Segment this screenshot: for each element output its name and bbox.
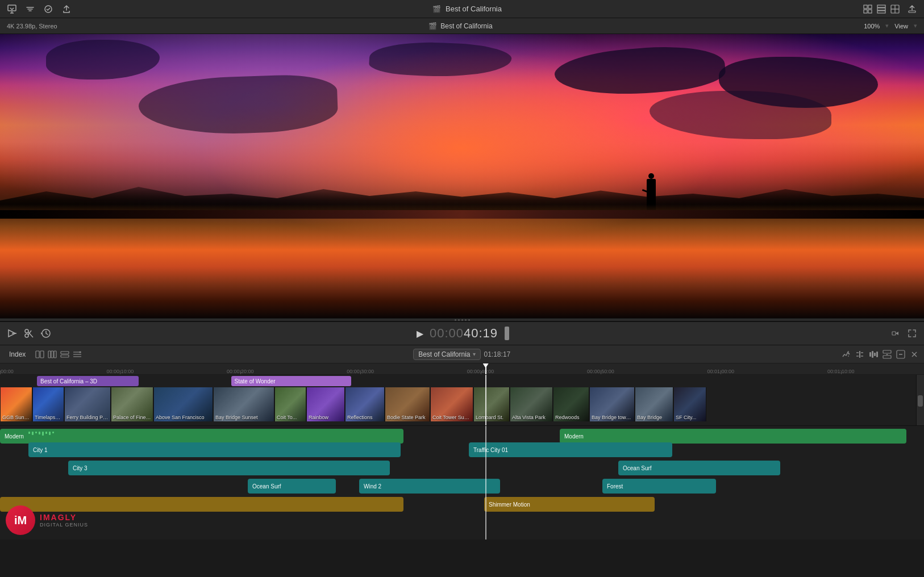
timeline-collapse-icon[interactable] — [896, 349, 906, 359]
track-height-icon[interactable] — [882, 349, 892, 359]
logo-name: IMAGLY — [40, 513, 88, 522]
clip-bay-bridge[interactable]: Bay Bridge — [635, 387, 673, 421]
clip-rainbow[interactable]: Rainbow — [306, 387, 345, 421]
clip-size-icon[interactable] — [60, 349, 70, 359]
timeline-name-area: Best of California ▾ 01:18:17 — [87, 349, 836, 360]
clip-lombard[interactable]: Lombard St. — [473, 387, 510, 421]
svg-rect-38 — [872, 351, 873, 358]
audio-skimming-icon[interactable] — [841, 349, 851, 359]
index-button[interactable]: Index — [5, 349, 30, 359]
trim-tool-icon[interactable] — [23, 327, 35, 340]
view-button[interactable]: View — [894, 23, 908, 30]
audio-row-ocean: Ocean Surf Wind 2 Forest — [0, 477, 924, 494]
clip-label-coit-to: Coit To... — [277, 415, 297, 420]
audio-city3[interactable]: City 3 — [68, 461, 390, 475]
clip-label-ggb-sunset: GGB Sunset — [2, 415, 30, 420]
clip-label-palace: Palace of Fine Arts — [113, 415, 151, 420]
playback-center-controls: ▶ 00:0040:19 — [415, 326, 509, 341]
list-view-icon[interactable] — [875, 3, 888, 15]
video-format: 4K 23.98p, Stereo — [7, 23, 57, 30]
audio-row-city3: City 3 Ocean Surf — [0, 459, 924, 476]
import-icon[interactable] — [6, 3, 18, 15]
clip-label-bay-bridge-sf: Bay Bridge toward SF — [592, 415, 632, 420]
keyword-icon[interactable] — [24, 3, 36, 15]
svg-point-30 — [80, 351, 81, 353]
clip-timelapse-ggb[interactable]: Timelapse GGB — [32, 387, 64, 421]
play-button[interactable]: ▶ — [415, 328, 425, 338]
horizon-line — [0, 210, 924, 219]
audio-ocean-surf-1[interactable]: Ocean Surf — [248, 479, 336, 494]
svg-rect-39 — [874, 353, 876, 356]
svg-rect-2 — [864, 5, 867, 9]
export-top-icon[interactable] — [906, 3, 918, 15]
clip-bay-bridge-sunset[interactable]: Bay Bridge Sunset — [213, 387, 274, 421]
dropdown-arrow: ▾ — [473, 351, 476, 357]
sequence-name-dropdown[interactable]: Best of California ▾ — [413, 349, 480, 360]
clip-label-redwoods: Redwoods — [555, 415, 580, 420]
check-icon[interactable] — [42, 3, 55, 15]
clip-zoom-icon[interactable] — [47, 349, 57, 359]
clip-palace[interactable]: Palace of Fine Arts — [111, 387, 153, 421]
audio-forest[interactable]: Forest — [602, 479, 716, 494]
svg-rect-25 — [61, 352, 69, 354]
audio-traffic-city[interactable]: Traffic City 01 — [469, 442, 672, 457]
clip-label-reflections: Reflections — [347, 415, 373, 420]
audio-label-ocean-surf-1: Ocean Surf — [252, 483, 281, 490]
svg-rect-41 — [883, 350, 891, 353]
clip-bodie[interactable]: Bodie State Park — [385, 387, 430, 421]
share-icon[interactable] — [60, 3, 73, 15]
audio-waveform-icon[interactable] — [868, 349, 879, 359]
playback-right-controls — [890, 327, 918, 340]
svg-rect-20 — [36, 351, 39, 358]
audio-wind2[interactable]: Wind 2 — [359, 479, 500, 494]
clip-reflections[interactable]: Reflections — [345, 387, 385, 421]
film-icon-small: 🎬 — [428, 22, 437, 30]
clip-ggb-sunset[interactable]: GGB Sunset — [0, 387, 32, 421]
waveform-track: Modern Modern — [0, 427, 924, 440]
audio-shimmer-motion[interactable]: Shimmer Motion — [484, 497, 655, 512]
clip-coit-to[interactable]: Coit To... — [274, 387, 306, 421]
playback-left-controls — [6, 327, 52, 340]
clip-above-sf[interactable]: Above San Francisco — [153, 387, 213, 421]
svg-rect-42 — [883, 356, 891, 358]
zoom-level[interactable]: 100% — [864, 23, 880, 30]
timeline-area: 00:00:00:00 00:00:10:00 00:00:20:00 00:0… — [0, 363, 924, 562]
timeline-header: Index — [0, 345, 924, 363]
title-track-state-of-wonder: State of Wonder — [231, 376, 351, 386]
audio-expand-icon[interactable] — [890, 327, 902, 340]
clip-coit-tower-sunset[interactable]: Coit Tower Sunset — [430, 387, 473, 421]
clip-redwoods[interactable]: Redwoods — [553, 387, 589, 421]
clip-label-sf-city: SF City... — [676, 415, 696, 420]
grid-view-icon[interactable] — [861, 3, 874, 15]
logo-text: IMAGLY DIGITAL GENIUS — [40, 513, 88, 528]
audio-ocean-surf-2[interactable]: Ocean Surf — [618, 461, 780, 475]
top-toolbar: 🎬 Best of California — [0, 0, 924, 18]
svg-line-16 — [28, 332, 34, 338]
audio-label-shimmer: Shimmer Motion — [489, 501, 530, 508]
snapping-icon[interactable] — [855, 349, 865, 359]
scroll-thumb[interactable] — [918, 395, 923, 407]
video-info-bar: 4K 23.98p, Stereo 🎬 Best of California 1… — [0, 18, 924, 34]
clip-bay-bridge-sf[interactable]: Bay Bridge toward SF — [589, 387, 635, 421]
film-icon: 🎬 — [432, 5, 441, 13]
audio-city1[interactable]: City 1 — [28, 442, 401, 457]
clip-list-icon[interactable] — [72, 349, 82, 359]
preview-area — [0, 34, 924, 318]
blade-tool-icon[interactable] — [6, 327, 18, 340]
svg-rect-21 — [40, 351, 44, 358]
clip-ferry-building[interactable]: Ferry Building Part 2 — [64, 387, 111, 421]
timeline-scroll[interactable] — [916, 375, 924, 425]
clip-sf-city[interactable]: SF City... — [673, 387, 706, 421]
fullscreen-icon[interactable] — [906, 327, 918, 340]
audio-tracks-area: Modern Modern City 1 Traf — [0, 426, 924, 540]
clip-appearance-icon[interactable] — [35, 349, 45, 359]
clip-alta[interactable]: Alta Vista Park — [510, 387, 553, 421]
clip-label-timelapse: Timelapse GGB — [35, 415, 62, 420]
retime-icon[interactable] — [40, 327, 52, 340]
svg-rect-6 — [877, 5, 885, 7]
clip-view-icons — [35, 349, 82, 359]
title-track-label-1: Best of California – 3D — [40, 378, 97, 384]
layout-icon[interactable] — [889, 3, 901, 15]
timeline-close-icon[interactable] — [909, 349, 919, 359]
audio-label-ocean-surf-2: Ocean Surf — [623, 465, 652, 471]
